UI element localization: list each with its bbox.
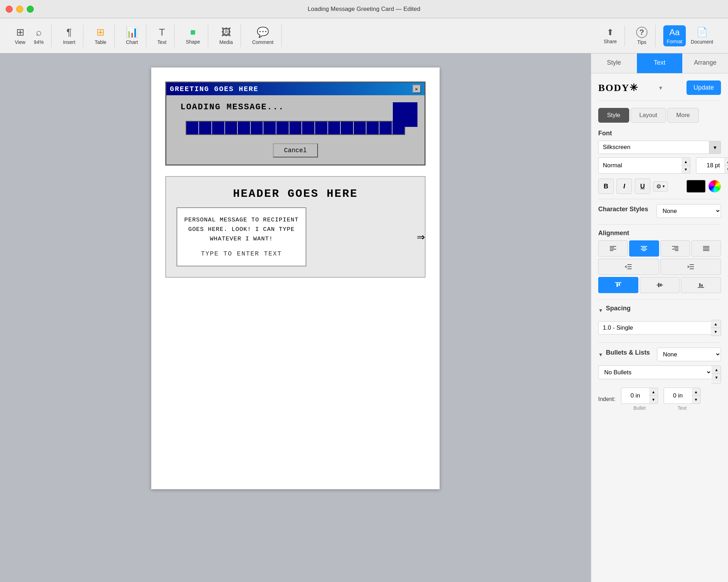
chart-button[interactable]: 📊 Chart — [122, 24, 142, 47]
bullet-indent-down[interactable]: ▼ — [649, 396, 658, 403]
tab-style[interactable]: Style — [591, 53, 637, 73]
char-styles-row: Character Styles None — [598, 204, 721, 218]
retro-window-content: LOADING MESSAGE... Cancel — [166, 95, 424, 164]
font-style-down[interactable]: ▼ — [682, 166, 690, 173]
view-label: View — [15, 39, 25, 45]
valign-top-btn[interactable] — [598, 277, 638, 293]
table-icon: ⊞ — [96, 26, 104, 38]
sub-tab-style[interactable]: Style — [598, 108, 629, 123]
italic-button[interactable]: I — [617, 179, 632, 194]
share-icon: ⬆ — [607, 27, 614, 37]
document-page: GREETING GOES HERE ✕ LOADING MESSAGE... … — [151, 67, 440, 489]
align-center-btn[interactable] — [629, 240, 659, 257]
retro-close-btn[interactable]: ✕ — [413, 85, 421, 93]
comment-button[interactable]: 💬 Comment — [249, 24, 277, 47]
font-size-up[interactable]: ▲ — [724, 158, 728, 166]
gear-icon: ⚙ — [656, 183, 661, 190]
char-styles-label: Character Styles — [598, 206, 648, 213]
svg-rect-27 — [660, 284, 662, 286]
bullet-indent-up[interactable]: ▲ — [649, 388, 658, 396]
align-right-btn[interactable] — [660, 240, 690, 257]
tab-text[interactable]: Text — [637, 53, 683, 73]
bullets-collapse-icon[interactable]: ▼ — [598, 352, 603, 357]
retro-titlebar: GREETING GOES HERE ✕ — [166, 83, 424, 95]
format-button[interactable]: Aa Format — [663, 25, 686, 46]
align-left-btn[interactable] — [598, 240, 628, 257]
titlebar: Loading Message Greeting Card — Edited — [0, 0, 728, 18]
bullets-type-up[interactable]: ▲ — [711, 366, 721, 374]
valign-bottom-btn[interactable] — [681, 277, 721, 293]
tab-arrange[interactable]: Arrange — [682, 53, 728, 73]
font-size-down[interactable]: ▼ — [724, 166, 728, 173]
media-icon: 🖼 — [221, 26, 231, 38]
progress-segments — [186, 122, 405, 134]
sub-tabs: Style Layout More — [598, 108, 721, 123]
panel-content: BODY✳ ▾ Update Style Layout More Font ▾ — [591, 73, 728, 582]
gear-dropdown[interactable]: ⚙ ▾ — [653, 181, 668, 192]
panel-tabs: Style Text Arrange — [591, 53, 728, 73]
indent-increase-btn[interactable] — [660, 259, 721, 275]
progress-segment — [354, 122, 367, 134]
insert-button[interactable]: ¶ Insert — [59, 25, 79, 47]
minimize-button[interactable] — [16, 6, 23, 13]
media-button[interactable]: 🖼 Media — [216, 24, 236, 47]
sub-tab-layout[interactable]: Layout — [631, 108, 666, 123]
body-style-dropdown[interactable]: ▾ — [659, 84, 662, 92]
spacing-collapse-icon[interactable]: ▼ — [598, 308, 603, 313]
bullet-indent-input[interactable] — [621, 388, 649, 404]
sub-tab-more[interactable]: More — [668, 108, 699, 123]
text-indent-input[interactable] — [664, 388, 692, 404]
message-box[interactable]: PERSONAL MESSAGE TO RECIPIENT GOES HERE.… — [177, 207, 306, 266]
spacing-input[interactable] — [598, 321, 711, 335]
font-dropdown-arrow[interactable]: ▾ — [709, 141, 721, 154]
align-row-1 — [598, 240, 721, 257]
spacing-down[interactable]: ▼ — [711, 328, 721, 336]
progress-segment — [225, 122, 238, 134]
shape-button[interactable]: ■ Shape — [182, 25, 203, 47]
font-color-swatch[interactable] — [687, 180, 705, 193]
bullets-select[interactable]: None — [657, 348, 721, 361]
document-icon: 📄 — [696, 27, 708, 38]
svg-rect-30 — [701, 284, 703, 287]
canvas-area[interactable]: GREETING GOES HERE ✕ LOADING MESSAGE... … — [0, 53, 591, 582]
bold-button[interactable]: B — [598, 179, 614, 194]
shape-icon: ■ — [190, 27, 196, 38]
align-justify-btn[interactable] — [691, 240, 721, 257]
close-button[interactable] — [6, 6, 13, 13]
text-button[interactable]: T Text — [154, 25, 170, 47]
zoom-button[interactable]: ⌕ 94% — [30, 25, 47, 47]
svg-rect-23 — [617, 283, 618, 287]
font-style-row: ▲ ▼ ▲ ▼ — [598, 157, 721, 174]
shape-label: Shape — [186, 39, 200, 45]
underline-button[interactable]: U — [635, 179, 650, 194]
font-style-input[interactable] — [598, 157, 682, 174]
color-wheel[interactable] — [708, 180, 721, 193]
text-indent-down[interactable]: ▼ — [692, 396, 700, 403]
shape-group: ■ Shape — [178, 25, 208, 47]
bullets-type-select[interactable]: No Bullets — [598, 366, 711, 379]
progress-bar — [186, 121, 405, 135]
cancel-button[interactable]: Cancel — [273, 143, 318, 157]
valign-middle-btn[interactable] — [640, 277, 680, 293]
maximize-button[interactable] — [27, 6, 34, 13]
format-group: Aa Format 📄 Document — [659, 25, 721, 47]
text-indent-up[interactable]: ▲ — [692, 388, 700, 396]
font-name-input[interactable] — [598, 141, 709, 154]
spacing-up[interactable]: ▲ — [711, 320, 721, 328]
bullets-header: ▼ Bullets & Lists None — [598, 348, 721, 361]
progress-segment — [263, 122, 276, 134]
document-button[interactable]: 📄 Document — [687, 25, 717, 47]
share-button[interactable]: ⬆ Share — [600, 25, 620, 46]
view-button[interactable]: ⊞ View — [11, 24, 29, 47]
char-styles-select[interactable]: None — [657, 204, 721, 218]
font-style-up[interactable]: ▲ — [682, 158, 690, 166]
update-button[interactable]: Update — [687, 80, 721, 95]
bullets-type-down[interactable]: ▼ — [711, 374, 721, 381]
indent-decrease-btn[interactable] — [598, 259, 659, 275]
font-size-input[interactable] — [696, 157, 724, 174]
body-style-row: BODY✳ ▾ Update — [598, 80, 721, 101]
table-button[interactable]: ⊞ Table — [91, 24, 110, 47]
tips-button[interactable]: ? Tips — [633, 25, 651, 47]
progress-segment — [212, 122, 225, 134]
spacing-select-row: ▲ ▼ — [598, 320, 721, 336]
